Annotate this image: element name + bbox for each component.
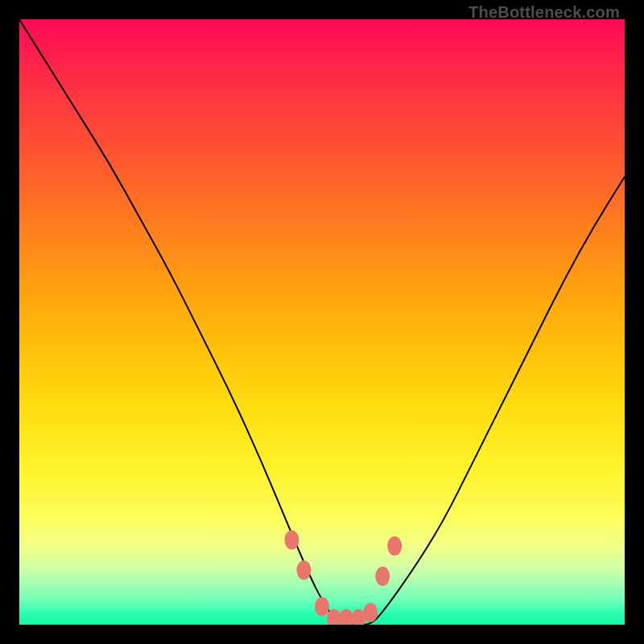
watermark-text: TheBottleneck.com xyxy=(469,3,620,22)
plot-area xyxy=(19,19,625,625)
chart-frame: TheBottleneck.com xyxy=(0,0,644,644)
heat-gradient-background xyxy=(19,19,625,625)
